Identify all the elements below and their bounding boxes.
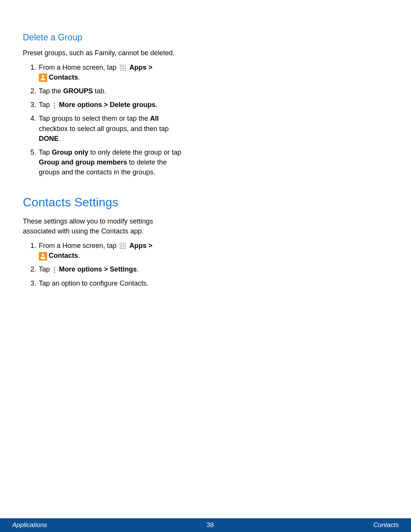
step-text: Tap the	[39, 87, 63, 95]
done-label: DONE	[39, 135, 59, 142]
svg-point-22	[125, 243, 126, 244]
step-text: Tap	[39, 101, 52, 109]
step-text: .	[156, 101, 158, 109]
svg-point-13	[121, 70, 123, 71]
groups-label: GROUPS	[63, 87, 93, 95]
svg-point-37	[54, 272, 55, 273]
step-text: From a Home screen, tap	[39, 242, 118, 249]
step-text: Tap an option to configure Contacts.	[39, 280, 148, 287]
group-only-label: Group only	[52, 149, 88, 156]
svg-point-17	[54, 105, 55, 106]
apps-icon	[119, 64, 127, 72]
svg-point-0	[120, 65, 121, 66]
svg-point-3	[125, 65, 126, 66]
step-text: Tap	[39, 149, 52, 156]
step-text: >	[147, 64, 153, 71]
svg-point-7	[125, 66, 126, 67]
svg-point-8	[120, 68, 121, 69]
more-options-label: More options > Delete groups	[59, 101, 156, 109]
list-item: Tap groups to select them or tap the All…	[30, 113, 183, 143]
svg-point-21	[123, 243, 124, 244]
svg-point-20	[121, 243, 123, 244]
step-text: >	[147, 242, 153, 249]
contacts-settings-steps: From a Home screen, tap Apps > Contacts.…	[23, 241, 183, 288]
contacts-icon	[39, 73, 47, 82]
svg-point-27	[120, 246, 121, 248]
svg-point-9	[121, 68, 123, 69]
step-text: .	[59, 135, 61, 142]
list-item: Tap Group only to only delete the group …	[30, 147, 183, 177]
apps-label: Apps	[129, 64, 147, 71]
svg-point-6	[123, 66, 124, 67]
more-options-icon	[53, 102, 56, 109]
step-text: tab.	[93, 87, 106, 95]
delete-group-heading: Delete a Group	[23, 32, 183, 43]
svg-point-14	[123, 70, 124, 71]
svg-point-23	[120, 245, 121, 246]
step-text: .	[78, 252, 80, 259]
svg-point-2	[123, 65, 124, 66]
list-item: Tap the GROUPS tab.	[30, 86, 183, 96]
list-item: Tap More options > Settings.	[30, 264, 183, 274]
svg-point-30	[125, 246, 126, 248]
svg-point-24	[121, 245, 123, 246]
contacts-label: Contacts	[49, 252, 78, 259]
list-item: Tap More options > Delete groups.	[30, 100, 183, 110]
contacts-settings-heading: Contacts Settings	[23, 195, 183, 209]
svg-point-1	[121, 65, 123, 66]
footer-left: Applications	[12, 521, 47, 529]
step-text: to only delete the group or tap	[88, 149, 181, 156]
step-text: Tap groups to select them or tap the	[39, 115, 150, 122]
apps-icon	[119, 242, 127, 250]
svg-point-35	[54, 267, 55, 268]
svg-point-32	[121, 248, 123, 249]
more-options-icon	[53, 266, 56, 274]
svg-point-5	[121, 66, 123, 67]
footer-right: Contacts	[373, 521, 399, 529]
svg-point-10	[123, 68, 124, 69]
more-options-settings-label: More options > Settings	[59, 265, 137, 273]
delete-group-intro: Preset groups, such as Family, cannot be…	[23, 48, 183, 58]
list-item: From a Home screen, tap Apps > Contacts.	[30, 241, 183, 260]
svg-point-19	[120, 243, 121, 244]
svg-point-25	[123, 245, 124, 246]
step-text: Tap	[39, 265, 52, 273]
contacts-label: Contacts	[49, 73, 78, 81]
contacts-settings-intro: These settings allow you to modify setti…	[23, 216, 183, 236]
apps-label: Apps	[129, 242, 147, 249]
step-text: .	[78, 73, 80, 81]
svg-point-18	[54, 107, 55, 108]
step-text: checkbox to select all groups, and then …	[39, 125, 169, 133]
svg-point-29	[123, 246, 124, 248]
list-item: Tap an option to configure Contacts.	[30, 278, 183, 288]
step-text: .	[137, 265, 139, 273]
svg-point-4	[120, 66, 121, 67]
contacts-icon	[39, 252, 47, 260]
svg-point-36	[54, 269, 55, 270]
svg-point-34	[125, 248, 126, 249]
svg-point-15	[125, 70, 126, 71]
svg-point-11	[125, 68, 126, 69]
svg-point-31	[120, 248, 121, 249]
svg-point-33	[123, 248, 124, 249]
step-text: From a Home screen, tap	[39, 64, 118, 71]
all-label: All	[150, 115, 159, 122]
svg-point-16	[54, 102, 55, 104]
svg-point-28	[121, 246, 123, 248]
delete-group-steps: From a Home screen, tap Apps > Contacts.…	[23, 62, 183, 177]
svg-point-26	[125, 245, 126, 246]
group-and-members-label: Group and group members	[39, 158, 127, 166]
page-content: Delete a Group Preset groups, such as Fa…	[0, 0, 206, 288]
page-number: 38	[207, 521, 214, 529]
svg-point-12	[120, 70, 121, 71]
footer-bar: Applications 38 Contacts	[0, 518, 411, 532]
list-item: From a Home screen, tap Apps > Contacts.	[30, 62, 183, 82]
